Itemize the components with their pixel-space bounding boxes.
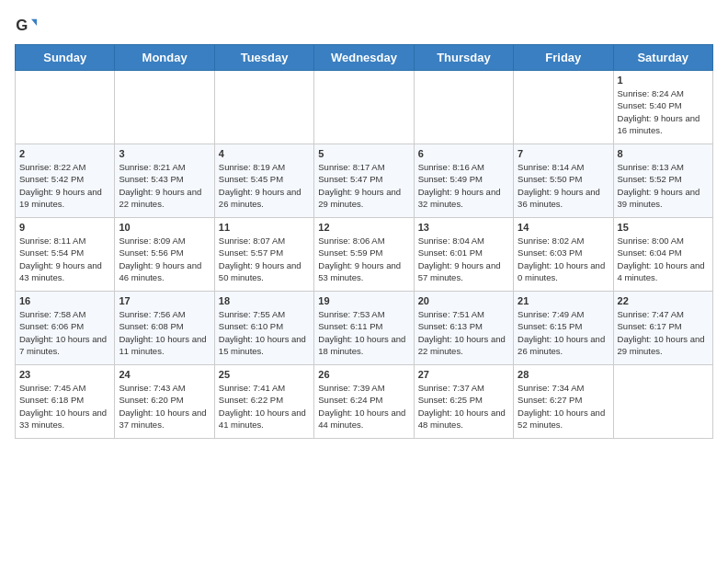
day-info: Sunrise: 8:22 AM Sunset: 5:42 PM Dayligh… xyxy=(19,161,110,210)
day-number: 24 xyxy=(119,369,210,380)
day-number: 18 xyxy=(219,295,310,306)
day-header-monday: Monday xyxy=(115,45,214,71)
calendar-cell: 1Sunrise: 8:24 AM Sunset: 5:40 PM Daylig… xyxy=(613,71,712,144)
calendar-cell: 13Sunrise: 8:04 AM Sunset: 6:01 PM Dayli… xyxy=(414,218,513,292)
day-info: Sunrise: 8:16 AM Sunset: 5:49 PM Dayligh… xyxy=(418,161,509,210)
day-info: Sunrise: 8:00 AM Sunset: 6:04 PM Dayligh… xyxy=(618,235,709,283)
day-info: Sunrise: 8:06 AM Sunset: 5:59 PM Dayligh… xyxy=(318,235,409,283)
day-number: 16 xyxy=(19,295,110,306)
day-number: 23 xyxy=(19,369,110,380)
day-number: 21 xyxy=(518,295,609,306)
day-number: 15 xyxy=(618,222,709,233)
calendar-cell xyxy=(613,365,712,439)
day-number: 8 xyxy=(618,148,709,159)
calendar-cell xyxy=(16,71,115,144)
day-number: 28 xyxy=(518,369,609,380)
day-header-wednesday: Wednesday xyxy=(314,45,414,71)
header: G xyxy=(15,15,713,37)
calendar-cell xyxy=(115,71,214,144)
day-info: Sunrise: 7:39 AM Sunset: 6:24 PM Dayligh… xyxy=(318,382,409,431)
day-info: Sunrise: 8:14 AM Sunset: 5:50 PM Dayligh… xyxy=(518,161,609,210)
day-info: Sunrise: 7:41 AM Sunset: 6:22 PM Dayligh… xyxy=(219,382,310,431)
day-number: 22 xyxy=(618,295,709,306)
day-number: 9 xyxy=(19,222,110,233)
day-number: 14 xyxy=(518,222,609,233)
day-number: 20 xyxy=(418,295,509,306)
calendar-cell: 5Sunrise: 8:17 AM Sunset: 5:47 PM Daylig… xyxy=(314,144,414,218)
day-info: Sunrise: 8:24 AM Sunset: 5:40 PM Dayligh… xyxy=(618,87,709,136)
day-info: Sunrise: 7:53 AM Sunset: 6:11 PM Dayligh… xyxy=(318,308,409,357)
day-number: 19 xyxy=(318,295,409,306)
calendar-cell: 21Sunrise: 7:49 AM Sunset: 6:15 PM Dayli… xyxy=(514,292,613,365)
day-info: Sunrise: 8:04 AM Sunset: 6:01 PM Dayligh… xyxy=(418,235,509,283)
day-number: 3 xyxy=(119,148,210,159)
day-header-tuesday: Tuesday xyxy=(214,45,313,71)
day-info: Sunrise: 8:17 AM Sunset: 5:47 PM Dayligh… xyxy=(318,161,409,210)
calendar-cell: 6Sunrise: 8:16 AM Sunset: 5:49 PM Daylig… xyxy=(414,144,513,218)
calendar-table: SundayMondayTuesdayWednesdayThursdayFrid… xyxy=(15,44,713,439)
calendar-cell: 4Sunrise: 8:19 AM Sunset: 5:45 PM Daylig… xyxy=(214,144,313,218)
calendar-cell: 15Sunrise: 8:00 AM Sunset: 6:04 PM Dayli… xyxy=(613,218,712,292)
svg-marker-1 xyxy=(31,19,37,26)
day-number: 25 xyxy=(219,369,310,380)
calendar-cell: 3Sunrise: 8:21 AM Sunset: 5:43 PM Daylig… xyxy=(115,144,214,218)
day-header-thursday: Thursday xyxy=(414,45,513,71)
day-info: Sunrise: 8:21 AM Sunset: 5:43 PM Dayligh… xyxy=(119,161,210,210)
day-number: 2 xyxy=(19,148,110,159)
day-number: 11 xyxy=(219,222,310,233)
day-info: Sunrise: 7:45 AM Sunset: 6:18 PM Dayligh… xyxy=(19,382,110,431)
day-info: Sunrise: 8:02 AM Sunset: 6:03 PM Dayligh… xyxy=(518,235,609,283)
calendar-cell: 24Sunrise: 7:43 AM Sunset: 6:20 PM Dayli… xyxy=(115,365,214,439)
day-number: 13 xyxy=(418,222,509,233)
day-number: 10 xyxy=(119,222,210,233)
logo-icon: G xyxy=(15,15,37,37)
day-info: Sunrise: 7:37 AM Sunset: 6:25 PM Dayligh… xyxy=(418,382,509,431)
day-number: 6 xyxy=(418,148,509,159)
calendar-cell: 20Sunrise: 7:51 AM Sunset: 6:13 PM Dayli… xyxy=(414,292,513,365)
day-info: Sunrise: 8:19 AM Sunset: 5:45 PM Dayligh… xyxy=(219,161,310,210)
calendar-cell: 26Sunrise: 7:39 AM Sunset: 6:24 PM Dayli… xyxy=(314,365,414,439)
calendar-cell: 14Sunrise: 8:02 AM Sunset: 6:03 PM Dayli… xyxy=(514,218,613,292)
calendar-cell xyxy=(514,71,613,144)
calendar-cell xyxy=(314,71,414,144)
calendar-cell: 22Sunrise: 7:47 AM Sunset: 6:17 PM Dayli… xyxy=(613,292,712,365)
day-info: Sunrise: 8:09 AM Sunset: 5:56 PM Dayligh… xyxy=(119,235,210,283)
calendar-cell xyxy=(414,71,513,144)
day-info: Sunrise: 7:56 AM Sunset: 6:08 PM Dayligh… xyxy=(119,308,210,357)
calendar-cell: 10Sunrise: 8:09 AM Sunset: 5:56 PM Dayli… xyxy=(115,218,214,292)
calendar-cell: 2Sunrise: 8:22 AM Sunset: 5:42 PM Daylig… xyxy=(16,144,115,218)
day-number: 5 xyxy=(318,148,409,159)
calendar-cell: 7Sunrise: 8:14 AM Sunset: 5:50 PM Daylig… xyxy=(514,144,613,218)
day-header-saturday: Saturday xyxy=(613,45,712,71)
logo: G xyxy=(15,15,40,37)
calendar-cell: 16Sunrise: 7:58 AM Sunset: 6:06 PM Dayli… xyxy=(16,292,115,365)
calendar-cell: 11Sunrise: 8:07 AM Sunset: 5:57 PM Dayli… xyxy=(214,218,313,292)
calendar-cell: 17Sunrise: 7:56 AM Sunset: 6:08 PM Dayli… xyxy=(115,292,214,365)
day-info: Sunrise: 7:51 AM Sunset: 6:13 PM Dayligh… xyxy=(418,308,509,357)
day-info: Sunrise: 7:47 AM Sunset: 6:17 PM Dayligh… xyxy=(618,308,709,357)
day-number: 27 xyxy=(418,369,509,380)
day-info: Sunrise: 8:11 AM Sunset: 5:54 PM Dayligh… xyxy=(19,235,110,283)
day-info: Sunrise: 8:13 AM Sunset: 5:52 PM Dayligh… xyxy=(618,161,709,210)
calendar-cell: 27Sunrise: 7:37 AM Sunset: 6:25 PM Dayli… xyxy=(414,365,513,439)
day-number: 26 xyxy=(318,369,409,380)
day-number: 4 xyxy=(219,148,310,159)
day-number: 1 xyxy=(618,75,709,86)
calendar-cell: 23Sunrise: 7:45 AM Sunset: 6:18 PM Dayli… xyxy=(16,365,115,439)
day-number: 12 xyxy=(318,222,409,233)
calendar-cell: 18Sunrise: 7:55 AM Sunset: 6:10 PM Dayli… xyxy=(214,292,313,365)
calendar-cell: 12Sunrise: 8:06 AM Sunset: 5:59 PM Dayli… xyxy=(314,218,414,292)
day-header-friday: Friday xyxy=(514,45,613,71)
day-info: Sunrise: 7:58 AM Sunset: 6:06 PM Dayligh… xyxy=(19,308,110,357)
calendar-cell: 8Sunrise: 8:13 AM Sunset: 5:52 PM Daylig… xyxy=(613,144,712,218)
calendar-cell: 25Sunrise: 7:41 AM Sunset: 6:22 PM Dayli… xyxy=(214,365,313,439)
calendar-cell: 28Sunrise: 7:34 AM Sunset: 6:27 PM Dayli… xyxy=(514,365,613,439)
day-info: Sunrise: 8:07 AM Sunset: 5:57 PM Dayligh… xyxy=(219,235,310,283)
day-info: Sunrise: 7:55 AM Sunset: 6:10 PM Dayligh… xyxy=(219,308,310,357)
calendar-cell: 9Sunrise: 8:11 AM Sunset: 5:54 PM Daylig… xyxy=(16,218,115,292)
day-info: Sunrise: 7:43 AM Sunset: 6:20 PM Dayligh… xyxy=(119,382,210,431)
svg-text:G: G xyxy=(16,17,28,34)
calendar-cell: 19Sunrise: 7:53 AM Sunset: 6:11 PM Dayli… xyxy=(314,292,414,365)
day-info: Sunrise: 7:34 AM Sunset: 6:27 PM Dayligh… xyxy=(518,382,609,431)
day-number: 7 xyxy=(518,148,609,159)
